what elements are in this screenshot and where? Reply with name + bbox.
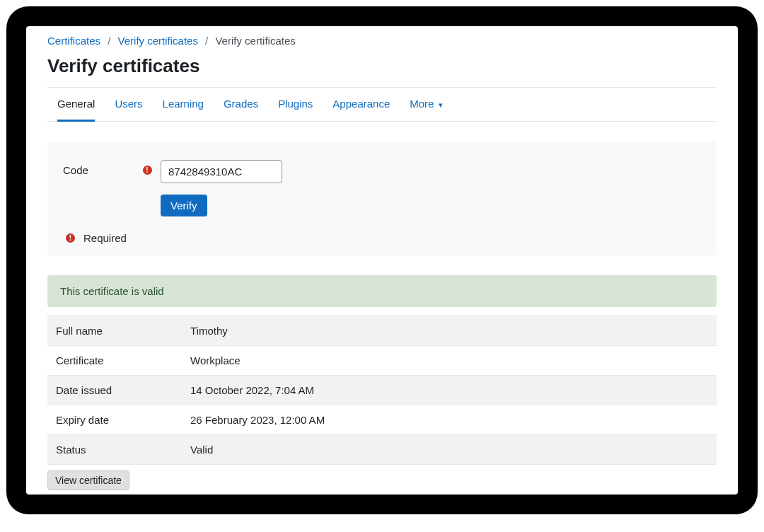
breadcrumb-link-certificates[interactable]: Certificates — [47, 35, 100, 47]
alert-valid: This certificate is valid — [47, 275, 717, 307]
detail-label: Certificate — [47, 346, 182, 376]
detail-label: Expiry date — [47, 405, 182, 435]
verify-button[interactable]: Verify — [161, 195, 207, 216]
code-input[interactable] — [161, 160, 282, 183]
verify-form: Code ! Verify ! Required — [47, 141, 717, 255]
code-label: Code — [63, 160, 134, 176]
detail-value: Timothy — [182, 316, 717, 346]
screen-content: Certificates / Verify certificates / Ver… — [26, 26, 738, 495]
tab-general[interactable]: General — [57, 98, 95, 122]
tab-users[interactable]: Users — [115, 98, 142, 121]
tab-learning[interactable]: Learning — [163, 98, 204, 121]
required-helper: ! Required — [63, 232, 701, 244]
detail-label: Date issued — [47, 376, 182, 405]
certificate-details-table: Full name Timothy Certificate Workplace … — [47, 316, 717, 465]
table-row: Expiry date 26 February 2023, 12:00 AM — [47, 405, 717, 435]
required-label: Required — [83, 232, 127, 244]
detail-label: Full name — [47, 316, 182, 346]
tab-more-label: More — [410, 98, 434, 110]
table-row: Date issued 14 October 2022, 7:04 AM — [47, 376, 717, 405]
breadcrumb-link-verify[interactable]: Verify certificates — [118, 35, 198, 47]
tab-more[interactable]: More ▾ — [410, 98, 442, 121]
table-row: Full name Timothy — [47, 316, 717, 346]
tab-appearance[interactable]: Appearance — [332, 98, 390, 121]
exclamation-icon: ! — [143, 166, 152, 175]
detail-value: Workplace — [182, 346, 717, 376]
detail-value: Valid — [182, 435, 717, 465]
tab-grades[interactable]: Grades — [224, 98, 258, 121]
detail-value: 26 February 2023, 12:00 AM — [182, 405, 717, 435]
tab-bar: General Users Learning Grades Plugins Ap… — [47, 88, 717, 122]
breadcrumb-separator: / — [108, 35, 110, 47]
chevron-down-icon: ▾ — [439, 100, 443, 109]
tab-plugins[interactable]: Plugins — [278, 98, 313, 121]
form-row-code: Code ! Verify — [63, 160, 701, 216]
table-row: Status Valid — [47, 435, 717, 465]
detail-value: 14 October 2022, 7:04 AM — [182, 376, 717, 405]
detail-label: Status — [47, 435, 182, 465]
breadcrumb-separator: / — [205, 35, 208, 47]
required-indicator: ! — [141, 160, 154, 175]
breadcrumb: Certificates / Verify certificates / Ver… — [47, 30, 717, 52]
page-title: Verify certificates — [47, 55, 717, 77]
table-row: Certificate Workplace — [47, 346, 717, 376]
breadcrumb-current: Verify certificates — [215, 35, 295, 47]
view-certificate-button[interactable]: View certificate — [47, 470, 129, 490]
device-frame: Certificates / Verify certificates / Ver… — [6, 6, 758, 515]
exclamation-icon: ! — [66, 233, 75, 243]
